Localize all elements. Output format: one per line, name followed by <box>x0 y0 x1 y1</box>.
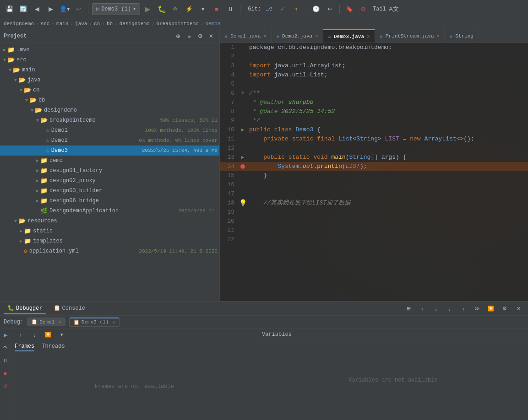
tree-item-static[interactable]: ▶ 📁 static <box>0 226 219 236</box>
tree-item-Demo2[interactable]: ☕ Demo2 0% methods, 0% lines cover <box>0 135 219 145</box>
debug-settings-button[interactable]: ⚙ <box>499 303 511 315</box>
tree-item-design06[interactable]: ▶ 📁 design06_bridge <box>0 196 219 206</box>
pause-debug-button[interactable]: ⏸ <box>1 356 10 365</box>
frames-up-button[interactable]: ↑ <box>15 329 27 341</box>
tab-Demo1[interactable]: ☕ Demo1.java ✕ <box>220 29 272 43</box>
session-close-icon[interactable]: ✕ <box>112 319 115 325</box>
console-tab[interactable]: 📋 Console <box>50 303 89 314</box>
breadcrumb-part[interactable]: cn <box>94 21 100 27</box>
tree-item-designdemo[interactable]: ▼ 📂 designdemo <box>0 105 219 115</box>
stop-button[interactable]: ■ <box>211 3 223 15</box>
tab-close-icon[interactable]: ✕ <box>367 33 370 39</box>
tree-item-design02[interactable]: ▶ 📁 design02_proxy <box>0 176 219 186</box>
debug-filter-button[interactable]: 🔽 <box>485 303 497 315</box>
debug-down-button[interactable]: ↓ <box>430 303 442 315</box>
vcs-button[interactable]: ↩ <box>72 3 84 15</box>
git-push-button[interactable]: ↑ <box>290 3 302 15</box>
sidebar-gear-button[interactable]: ⚙ <box>196 32 205 41</box>
tree-item-design03[interactable]: ▶ 📁 design03_builder <box>0 186 219 196</box>
debugger-tab[interactable]: 🐛 Debugger <box>4 303 46 314</box>
undo-button[interactable]: ↩ <box>324 3 336 15</box>
tab-Demo2[interactable]: ☕ Demo2.java ✕ <box>272 29 323 43</box>
breadcrumb-part[interactable]: bb <box>107 21 113 27</box>
save-button[interactable]: 💾 <box>4 3 16 15</box>
pause-button[interactable]: ⏸ <box>224 3 236 15</box>
debug-up-button[interactable]: ↑ <box>416 303 428 315</box>
sidebar-add-button[interactable]: ⊕ <box>174 32 183 41</box>
profile-run-button[interactable]: ⚡ <box>183 3 195 15</box>
tree-item-Demo1[interactable]: ☕ Demo1 100% methods, 100% lines <box>0 125 219 135</box>
line-gutter <box>238 171 247 180</box>
debug-close-button[interactable]: ✕ <box>512 303 524 315</box>
tree-item-bb[interactable]: ▼ 📂 bb <box>0 95 219 105</box>
tree-item-Demo3[interactable]: ☕ Demo3 2022/5/25 15:04, 493 B Mo <box>0 145 219 156</box>
stop-debug-button[interactable]: ■ <box>1 369 10 378</box>
dropdown-run-button[interactable]: ▾ <box>197 3 209 15</box>
tree-item-src[interactable]: ▼ 📂 src <box>0 55 219 65</box>
translate-button[interactable]: A文 <box>388 3 400 15</box>
session-close-icon[interactable]: ✕ <box>58 319 61 325</box>
debug-down2-button[interactable]: ↓ <box>444 303 456 315</box>
step-over-button[interactable]: ↷ <box>1 343 10 352</box>
tab-close-icon[interactable]: ✕ <box>263 33 267 39</box>
session-tab-Demo3[interactable]: 📋 Demo3 (1) ✕ <box>69 318 120 327</box>
debug-up2-button[interactable]: ↑ <box>457 303 469 315</box>
debug-restore-button[interactable]: ⊞ <box>403 303 414 315</box>
rerun-button[interactable]: ↺ <box>1 382 10 391</box>
profile-button[interactable]: 👤▾ <box>59 3 71 15</box>
debug-button[interactable]: 🐛 <box>156 3 168 15</box>
breadcrumb-part[interactable]: java <box>75 21 87 27</box>
breadcrumb-sep: › <box>70 21 73 27</box>
code-content: private static final List<String> LIST =… <box>247 135 528 144</box>
git-check-button[interactable]: ✓ <box>277 3 288 15</box>
history-button[interactable]: 🕐 <box>310 3 322 15</box>
tree-item-mvn[interactable]: ▶ 📁 .mvn <box>0 45 219 55</box>
back-button[interactable]: ◀ <box>31 3 43 15</box>
breadcrumb-part[interactable]: breakpointdemo <box>156 21 198 27</box>
tree-item-templates[interactable]: ▶ 📁 templates <box>0 236 219 246</box>
sync-button[interactable]: 🔄 <box>17 3 29 15</box>
tree-item-resources[interactable]: ▼ 📂 resources <box>0 216 219 226</box>
tree-label: Demo2 <box>51 137 136 144</box>
breadcrumb-current[interactable]: Demo3 <box>205 21 220 27</box>
tree-item-cn[interactable]: ▼ 📂 cn <box>0 85 219 95</box>
tree-item-main[interactable]: ▼ 📂 main <box>0 65 219 75</box>
debug-more-button[interactable]: ≫ <box>471 303 483 315</box>
session-label: Demo1 <box>39 319 54 325</box>
tree-item-java[interactable]: ▼ 📂 java <box>0 75 219 85</box>
frames-filter-button[interactable]: 🔽 <box>42 329 54 341</box>
tab-close-icon[interactable]: ✕ <box>315 33 318 39</box>
tab-Demo3[interactable]: ☕ Demo3.java ✕ <box>323 29 375 43</box>
tree-item-design01[interactable]: ▶ 📁 design01_factory <box>0 166 219 176</box>
forward-button[interactable]: ▶ <box>45 3 57 15</box>
tree-item-application-yml[interactable]: ⚙ application.yml 2022/5/19 11:49, 21 B … <box>0 246 219 256</box>
console-icon: 📋 <box>54 305 60 312</box>
code-editor[interactable]: 1 package cn.bb.designdemo.breakpointdem… <box>220 43 528 301</box>
resume-button[interactable]: ▶ <box>1 330 10 339</box>
run-button[interactable]: ▶ <box>142 3 154 15</box>
tab-PrintStream[interactable]: ☕ PrintStream.java ✕ <box>375 29 445 43</box>
tab-close-icon[interactable]: ✕ <box>436 33 440 39</box>
bookmark-button[interactable]: 🔖 <box>343 3 355 15</box>
sidebar-close-button[interactable]: ✕ <box>207 32 216 41</box>
breadcrumb-part[interactable]: main <box>56 21 68 27</box>
breadcrumb-sep: › <box>102 21 105 27</box>
frames-down-button[interactable]: ↓ <box>28 329 40 341</box>
breadcrumb-part[interactable]: designdemo <box>4 21 34 27</box>
tree-meta: 2022/5/25 11: <box>178 208 218 214</box>
session-tab-Demo1[interactable]: 📋 Demo1 ✕ <box>27 318 65 326</box>
breadcrumb-part[interactable]: designdemo <box>120 21 150 27</box>
tree-item-demo[interactable]: ▶ 📁 demo <box>0 156 219 166</box>
breadcrumb-part[interactable]: src <box>41 21 50 27</box>
git-branch-button[interactable]: ⎇ <box>263 3 275 15</box>
tree-item-DesigndemoApp[interactable]: 🌿 DesigndemoApplication 2022/5/25 11: <box>0 206 219 216</box>
coverage-button[interactable]: ☘ <box>169 3 181 15</box>
frames-subtab-frames[interactable]: Frames <box>15 343 34 351</box>
frames-more-button[interactable]: ▾ <box>56 329 68 341</box>
sidebar-collapse-button[interactable]: ≡ <box>185 32 194 41</box>
tree-item-breakpointdemo[interactable]: ▼ 📂 breakpointdemo 50% classes, 50% li <box>0 115 219 125</box>
frames-subtab-threads[interactable]: Threads <box>42 343 65 351</box>
project-dropdown[interactable]: ▷ Demo3 (1) ▾ <box>92 3 140 15</box>
tab-String[interactable]: ☕ String <box>445 29 479 43</box>
no-button[interactable]: ⊘ <box>357 3 369 15</box>
